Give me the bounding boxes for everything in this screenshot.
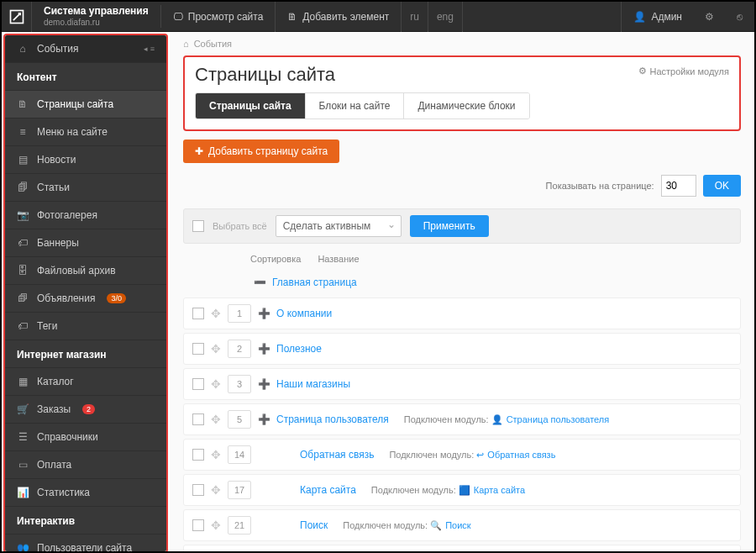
drag-handle-icon[interactable]: ✥ (211, 307, 221, 320)
sidebar-tags[interactable]: 🏷Теги (5, 313, 166, 340)
select-all-checkbox[interactable] (192, 220, 204, 232)
module-link[interactable]: Карта сайта (474, 485, 525, 495)
sort-number[interactable]: 17 (228, 481, 251, 499)
home-icon: ⌂ (183, 39, 189, 49)
page-link[interactable]: Карта сайта (300, 484, 356, 496)
row-checkbox[interactable] (192, 378, 204, 390)
row-checkbox[interactable] (192, 413, 204, 425)
sort-number[interactable]: 21 (228, 516, 251, 535)
row-checkbox[interactable] (192, 308, 204, 319)
lang-en[interactable]: eng (428, 2, 463, 32)
logo[interactable] (2, 2, 32, 32)
sidebar-events[interactable]: ⌂События◂ ≡ (5, 35, 166, 63)
sidebar-banners[interactable]: 🏷Баннеры (5, 229, 166, 257)
module-link[interactable]: Страница пользователя (507, 414, 610, 424)
add-page-button[interactable]: ✚Добавить страницу сайта (183, 140, 339, 163)
module-link[interactable]: Поиск (445, 520, 470, 530)
sort-number[interactable]: 1 (228, 304, 251, 323)
drag-handle-icon[interactable]: ✥ (211, 519, 221, 532)
book-icon: ▦ (17, 376, 29, 387)
per-page-input[interactable] (661, 175, 696, 197)
orders-badge: 2 (82, 404, 95, 414)
tab-blocks[interactable]: Блоки на сайте (306, 93, 405, 118)
drag-handle-icon[interactable]: ✥ (211, 377, 221, 391)
home-icon: ⌂ (17, 43, 29, 55)
expand-icon[interactable]: ➕ (258, 343, 270, 355)
sort-number[interactable]: 3 (228, 375, 251, 393)
module-meta: Подключен модуль: 🟦Карта сайта (371, 485, 525, 496)
sidebar-users[interactable]: 👥Пользователи сайта (5, 535, 166, 553)
tab-pages[interactable]: Страницы сайта (196, 93, 306, 118)
sort-number[interactable]: 5 (228, 410, 251, 429)
expand-icon[interactable]: ➕ (258, 378, 270, 390)
expand-icon[interactable]: ➕ (258, 308, 270, 319)
bulk-action-select[interactable]: Сделать активным (276, 215, 402, 237)
page-link[interactable]: Обратная связь (300, 449, 374, 461)
page-link[interactable]: Страница пользователя (276, 413, 389, 425)
admin-menu[interactable]: 👤Админ (621, 2, 694, 32)
drag-handle-icon[interactable]: ✥ (211, 342, 221, 356)
row-checkbox[interactable] (192, 449, 204, 461)
gear-icon[interactable]: ⚙ (694, 2, 724, 32)
brand: Система управления demo.diafan.ru (32, 5, 161, 27)
sidebar-catalog[interactable]: ▦Каталог (5, 368, 166, 396)
sort-number[interactable]: 14 (228, 445, 251, 464)
bulk-bar-top: Выбрать всё Сделать активным Применить (183, 208, 741, 244)
row-checkbox[interactable] (192, 519, 204, 531)
sidebar-orders[interactable]: 🛒Заказы2 (5, 396, 166, 424)
table-row: ✥17Карта сайтаПодключен модуль: 🟦Карта с… (183, 474, 741, 506)
page-link[interactable]: Поиск (300, 519, 328, 531)
module-meta: Подключен модуль: 🔍Поиск (343, 520, 470, 531)
sidebar-photo[interactable]: 📷Фотогалерея (5, 202, 166, 229)
sidebar-head-content: Контент (5, 63, 166, 91)
sidebar-pages[interactable]: 🗎Страницы сайта (5, 91, 166, 118)
main: ⌂События ⚙Настройки модуля Страницы сайт… (170, 32, 754, 553)
page-link[interactable]: О компании (276, 308, 332, 319)
drag-handle-icon[interactable]: ✥ (211, 483, 221, 497)
drag-handle-icon[interactable]: ✥ (211, 448, 221, 461)
sidebar-head-shop: Интернет магазин (5, 340, 166, 368)
ok-button[interactable]: OK (703, 175, 741, 197)
sidebar-articles[interactable]: 🗐Статьи (5, 174, 166, 202)
sidebar-payment[interactable]: ▭Оплата (5, 451, 166, 479)
table-row: ✥2➕Полезное (183, 333, 741, 365)
add-element-button[interactable]: 🗎Добавить элемент (276, 2, 402, 32)
tab-dynblocks[interactable]: Динамические блоки (404, 93, 528, 118)
collapse-icon: ◂ ≡ (144, 45, 155, 53)
user-icon: 👤 (633, 11, 646, 23)
module-link[interactable]: Обратная связь (487, 450, 555, 460)
apply-button[interactable]: Применить (410, 215, 489, 237)
sidebar-files[interactable]: 🗄Файловый архив (5, 257, 166, 285)
page-link[interactable]: Полезное (276, 343, 322, 355)
expand-icon[interactable]: ➕ (258, 413, 270, 425)
cart-icon: 🛒 (17, 403, 29, 415)
table-row: ✥14Обратная связьПодключен модуль: ↩Обра… (183, 439, 741, 471)
row-checkbox[interactable] (192, 343, 204, 355)
page-link[interactable]: Наши магазины (276, 378, 350, 390)
page-header: ⚙Настройки модуля Страницы сайта Страниц… (183, 55, 741, 131)
module-settings-link[interactable]: ⚙Настройки модуля (638, 66, 729, 76)
tabs: Страницы сайта Блоки на сайте Динамическ… (195, 92, 530, 119)
table-row: ✥22➕Интернет-магазинПодключен модуль: ▦И… (183, 545, 741, 553)
col-sort: Сортировка (250, 254, 301, 264)
sort-number[interactable]: 2 (228, 340, 251, 358)
logout-icon[interactable]: ⎋ (724, 2, 754, 32)
sidebar-news[interactable]: ▤Новости (5, 146, 166, 174)
sidebar-refs[interactable]: ☰Справочники (5, 424, 166, 451)
col-name: Название (318, 254, 359, 264)
sidebar-stats[interactable]: 📊Статистика (5, 479, 166, 507)
sidebar-menu[interactable]: ≡Меню на сайте (5, 118, 166, 146)
page-link[interactable]: Главная страница (272, 276, 357, 288)
sidebar-ads[interactable]: 🗊Объявления3/0 (5, 285, 166, 313)
chart-icon: 📊 (17, 487, 29, 498)
module-meta: Подключен модуль: 👤Страница пользователя (404, 414, 610, 425)
news-icon: ▤ (17, 154, 29, 166)
collapse-icon[interactable]: ➖ (254, 276, 265, 288)
row-checkbox[interactable] (192, 484, 204, 496)
view-site-button[interactable]: 🖵Просмотр сайта (161, 2, 276, 32)
file-icon: 🗎 (287, 11, 297, 23)
table-row: ➖Главная страница (183, 271, 741, 294)
lang-ru[interactable]: ru (402, 2, 428, 32)
monitor-icon: 🖵 (173, 11, 183, 23)
drag-handle-icon[interactable]: ✥ (211, 413, 221, 426)
